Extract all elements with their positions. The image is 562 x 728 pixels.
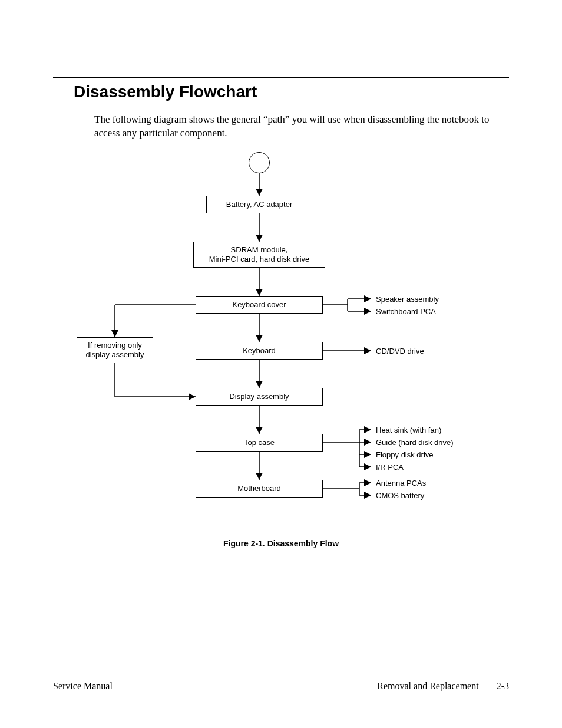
node-label: Keyboard — [243, 346, 276, 355]
side-heatsink: Heat sink (with fan) — [376, 426, 441, 434]
footer-left: Service Manual — [53, 681, 113, 691]
node-label: SDRAM module, Mini-PCI card, hard disk d… — [209, 245, 310, 265]
side-switchboard: Switchboard PCA — [376, 307, 436, 316]
side-cmos: CMOS battery — [376, 491, 424, 500]
side-guide: Guide (hard disk drive) — [376, 438, 454, 447]
node-top-case: Top case — [196, 434, 323, 452]
node-label: Display assembly — [229, 392, 289, 401]
node-display-assembly: Display assembly — [196, 388, 323, 406]
footer-page: 2-3 — [497, 681, 509, 691]
node-keyboard: Keyboard — [196, 342, 323, 360]
node-label: Keyboard cover — [232, 300, 286, 309]
side-speaker: Speaker assembly — [376, 295, 439, 304]
node-label: If removing only display assembly — [86, 341, 144, 360]
node-if-removing: If removing only display assembly — [77, 337, 153, 363]
footer-section: Removal and Replacement — [377, 681, 478, 691]
side-irpca: I/R PCA — [376, 463, 404, 472]
intro-paragraph: The following diagram shows the general … — [94, 113, 497, 140]
node-label: Battery, AC adapter — [226, 200, 293, 209]
side-floppy: Floppy disk drive — [376, 450, 434, 459]
page-footer: Service Manual Removal and Replacement 2… — [53, 677, 509, 691]
node-label: Motherboard — [237, 484, 281, 493]
section-heading: Disassembly Flowchart — [74, 83, 509, 101]
figure-caption: Figure 2-1. Disassembly Flow — [53, 539, 509, 548]
side-antenna: Antenna PCAs — [376, 479, 426, 487]
node-motherboard: Motherboard — [196, 480, 323, 498]
node-sdram: SDRAM module, Mini-PCI card, hard disk d… — [193, 242, 325, 268]
side-cddvd: CD/DVD drive — [376, 347, 424, 355]
node-keyboard-cover: Keyboard cover — [196, 296, 323, 314]
flowchart: Battery, AC adapter SDRAM module, Mini-P… — [53, 152, 509, 529]
node-battery: Battery, AC adapter — [206, 196, 312, 213]
node-label: Top case — [244, 438, 275, 447]
